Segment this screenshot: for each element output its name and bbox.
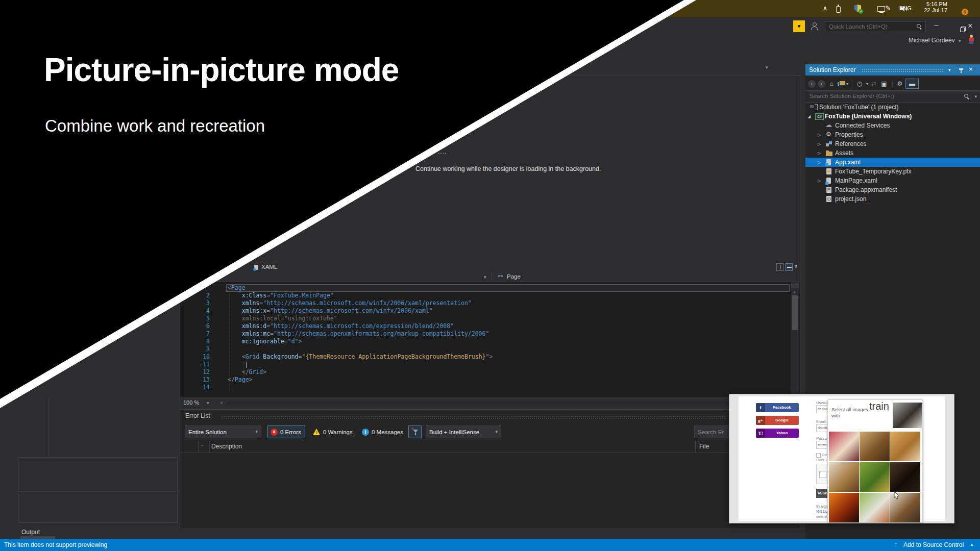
horizontal-scrollbar[interactable] <box>227 401 789 405</box>
expand-arrow-icon[interactable]: ▷ <box>818 133 825 137</box>
captcha-tile-strawberry-cake[interactable] <box>829 432 859 461</box>
avatar[interactable] <box>968 35 974 44</box>
hidden-icons-chevron-icon[interactable]: ∧ <box>823 5 827 12</box>
expand-arrow-icon[interactable]: ▷ <box>818 142 825 146</box>
expand-arrow-icon[interactable]: ▷ <box>818 179 825 183</box>
code-line[interactable]: </Page> <box>228 376 790 384</box>
user-caret-icon[interactable]: ▾ <box>959 39 961 43</box>
solution-search-box[interactable]: ▾ <box>805 90 980 103</box>
expand-arrow-icon[interactable]: ▷ <box>818 160 825 165</box>
code-line[interactable]: mc:Ignorable="d"> <box>228 338 790 345</box>
split-horizontal-icon[interactable] <box>786 263 793 271</box>
code-line[interactable]: <Page <box>226 284 790 292</box>
tree-item-mainpage-xaml[interactable]: ▷MainPage.xaml <box>805 176 980 185</box>
minimize-button[interactable]: ─ <box>934 21 939 29</box>
pin-icon[interactable] <box>959 68 964 74</box>
code-line[interactable] <box>228 384 790 391</box>
tree-item-connected-services[interactable]: Connected Services <box>805 121 980 130</box>
notifications-flag-button[interactable]: ▼ <box>793 20 805 32</box>
code-line[interactable]: </Grid> <box>228 368 790 376</box>
switch-views-icon[interactable] <box>837 80 845 88</box>
feedback-person-icon[interactable] <box>811 22 818 30</box>
captcha-tile-pancakes[interactable] <box>890 432 920 461</box>
pip-window[interactable]: fFacebookg+GoogleY!Yahoo Userna dr.dooli… <box>729 394 954 523</box>
forward-icon[interactable]: › <box>818 80 825 88</box>
file-column-header[interactable]: File <box>699 443 709 450</box>
add-to-source-control-button[interactable]: Add to Source Control <box>903 541 964 548</box>
zoom-caret-icon[interactable]: ▾ <box>207 401 209 406</box>
hscroll-left-icon[interactable]: ◂ <box>220 399 223 405</box>
signed-in-user[interactable]: Michael Gordeev <box>909 37 955 44</box>
home-icon[interactable]: ⌂ <box>827 79 836 88</box>
captcha-tile-breakfast-plate[interactable] <box>829 462 859 492</box>
recaptcha-checkbox[interactable] <box>819 471 826 478</box>
output-tab[interactable]: Output <box>21 529 40 536</box>
tree-item-app-xaml[interactable]: ▷App.xaml <box>805 158 980 167</box>
source-control-caret-icon[interactable]: ▲ <box>970 542 974 547</box>
tree-item-foxtube-universal-windows-[interactable]: ◢FoxTube (Universal Windows) <box>805 112 980 121</box>
code-line[interactable]: xmlns:x="http://schemas.microsoft.com/wi… <box>228 307 790 315</box>
usb-device-icon[interactable] <box>836 5 841 12</box>
caret-down-icon[interactable]: ▾ <box>845 79 849 88</box>
display-network-icon[interactable] <box>877 6 886 13</box>
captcha-tile-caramel-dessert[interactable] <box>860 432 890 461</box>
caret-down-icon[interactable]: ▾ <box>865 79 869 88</box>
quick-launch-input[interactable] <box>828 23 906 30</box>
expand-arrow-icon[interactable]: ◢ <box>807 114 815 119</box>
properties-icon[interactable]: ⚙ <box>895 79 904 88</box>
scroll-up-icon[interactable]: ▲ <box>793 290 796 293</box>
build-filter-dropdown[interactable]: Build + IntelliSense▾ <box>426 425 501 438</box>
error-scope-dropdown[interactable]: Entire Solution▾ <box>185 425 261 438</box>
document-pane-caret-icon[interactable]: ▾ <box>766 65 768 70</box>
solution-search-input[interactable] <box>808 92 938 99</box>
captcha-tile-salad-plate[interactable] <box>860 493 890 522</box>
splitter-grip[interactable] <box>791 283 799 288</box>
split-vertical-icon[interactable] <box>776 263 783 271</box>
description-column-header[interactable]: Description <box>211 443 242 450</box>
code-line[interactable] <box>228 345 790 353</box>
pen-input-icon[interactable]: ✎ <box>885 4 891 12</box>
facebook-login-button[interactable]: fFacebook <box>756 403 799 412</box>
captcha-tile-salad-closeup[interactable] <box>860 462 890 492</box>
sync-icon[interactable]: ⇄ <box>869 79 878 88</box>
captcha-tile-glowing-bowl[interactable] <box>829 493 859 522</box>
clock[interactable]: 5:16 PM 22-Jul-17 <box>918 1 947 13</box>
language-indicator[interactable]: ENG <box>899 5 912 11</box>
code-editor[interactable]: 234567891011121314 <Page x:Class="FoxTub… <box>180 282 800 397</box>
captcha-tile-coffee-beans[interactable] <box>890 462 920 492</box>
warnings-toggle-button[interactable]: 0 Warnings <box>310 425 361 438</box>
window-position-caret-icon[interactable]: ▾ <box>948 67 951 72</box>
code-line[interactable]: x:Class="FoxTube.MainPage" <box>228 292 790 299</box>
yahoo-login-button[interactable]: Y!Yahoo <box>756 429 799 438</box>
expand-arrow-icon[interactable]: ▷ <box>818 151 825 156</box>
tree-item-foxtube-temporarykey-pfx[interactable]: FoxTube_TemporaryKey.pfx <box>805 167 980 176</box>
code-line[interactable]: xmlns:d="http://schemas.microsoft.com/ex… <box>228 322 790 330</box>
breadcrumb-element[interactable]: Page <box>507 273 521 280</box>
element-dropdown-caret-icon[interactable]: ▾ <box>484 275 486 280</box>
messages-toggle-button[interactable]: 0 Messages <box>359 425 412 438</box>
tree-item-solution-foxtube-1-project-[interactable]: Solution 'FoxTube' (1 project) <box>805 103 980 112</box>
solution-explorer-titlebar[interactable]: Solution Explorer ▾ × <box>805 64 980 76</box>
google-login-button[interactable]: g+Google <box>756 416 799 425</box>
scrollbar-thumb[interactable] <box>792 295 798 330</box>
tree-item-package-appxmanifest[interactable]: Package.appxmanifest <box>805 185 980 194</box>
code-line[interactable] <box>228 361 790 368</box>
xaml-tab[interactable]: XAML <box>261 264 277 270</box>
zoom-level[interactable]: 100 % <box>183 399 199 406</box>
collapse-pane-icon[interactable]: » <box>793 265 799 268</box>
collapse-all-icon[interactable]: ▣ <box>879 79 889 88</box>
errors-toggle-button[interactable]: 0 Errors <box>267 425 305 438</box>
vertical-scrollbar[interactable]: ▲ <box>791 282 799 397</box>
close-button[interactable]: × <box>968 21 972 31</box>
optin-checkbox[interactable] <box>816 453 821 458</box>
windows-defender-icon[interactable]: ✓ <box>854 5 862 13</box>
restore-button[interactable] <box>960 27 965 31</box>
code-line[interactable]: <Grid Background="{ThemeResource Applica… <box>228 353 790 361</box>
tree-item-assets[interactable]: ▷Assets <box>805 148 980 158</box>
code-line[interactable]: xmlns="http://schemas.microsoft.com/winf… <box>228 299 790 307</box>
code-line[interactable]: xmlns:mc="http://schemas.openxmlformats.… <box>228 330 790 338</box>
pending-changes-icon[interactable]: ◷ <box>855 79 864 88</box>
tree-item-project-json[interactable]: project.json <box>805 194 980 204</box>
severity-column-icon[interactable]: ⌐ <box>201 442 204 448</box>
back-icon[interactable]: ‹ <box>808 80 816 88</box>
